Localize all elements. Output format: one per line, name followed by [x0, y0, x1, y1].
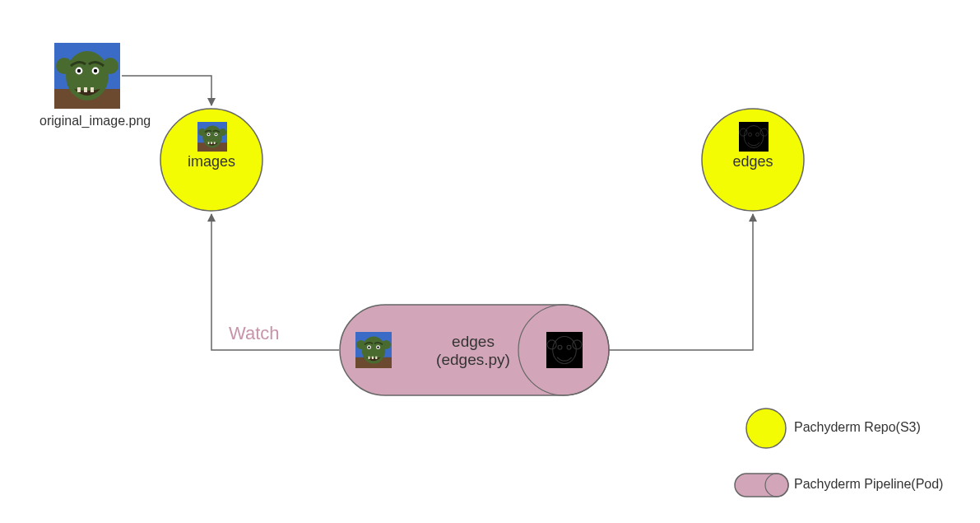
legend-repo-label: Pachyderm Repo(S3)	[794, 420, 959, 435]
pipeline-label-line1: edges	[411, 333, 535, 351]
arrow-original-to-images	[122, 76, 211, 105]
legend-pipeline-swatch	[735, 474, 788, 497]
edges-repo-thumb	[739, 122, 769, 152]
pipeline-label-line2: (edges.py)	[411, 351, 535, 369]
pipeline-output-thumb	[546, 332, 583, 368]
pipeline-input-thumb	[355, 332, 392, 368]
arrow-pipeline-to-edges	[609, 214, 753, 350]
original-image-label: original_image.png	[39, 114, 148, 128]
images-repo-label: images	[183, 153, 240, 170]
legend-pipeline-label: Pachyderm Pipeline(Pod)	[794, 477, 975, 492]
edges-repo-label: edges	[727, 153, 778, 170]
diagram-canvas	[0, 0, 980, 523]
legend-repo-swatch	[746, 409, 786, 448]
watch-label: Watch	[229, 323, 295, 344]
original-image-thumb	[54, 43, 120, 109]
images-repo-thumb	[197, 122, 227, 152]
